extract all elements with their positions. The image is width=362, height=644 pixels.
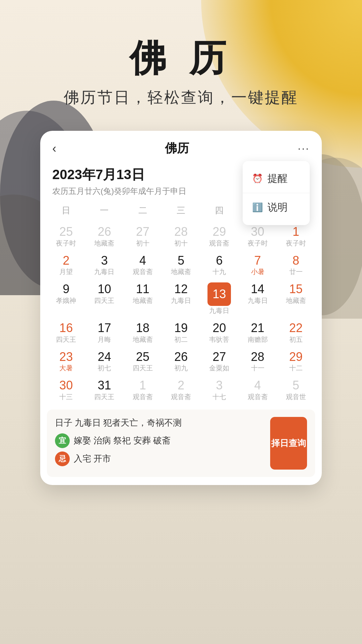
day-cell[interactable]: 30夜子时 bbox=[238, 222, 277, 251]
day-cell[interactable]: 27金粟如 bbox=[200, 347, 238, 376]
info-content: 日子 九毒日 犯者天亡，奇祸不测 宜 嫁娶 治病 祭祀 安葬 破斋 忌 入宅 开… bbox=[55, 417, 265, 470]
day-cell[interactable]: 12九毒日 bbox=[162, 279, 200, 318]
more-button[interactable]: ··· bbox=[298, 142, 310, 155]
day-sub: 初七 bbox=[86, 364, 122, 372]
day-sub: 观音斋 bbox=[201, 239, 237, 247]
day-cell[interactable]: 25夜子时 bbox=[47, 222, 85, 251]
择日查询-button[interactable]: 择日 查询 bbox=[270, 417, 307, 470]
day-cell[interactable]: 28初十 bbox=[162, 222, 200, 251]
dropdown-remind[interactable]: ⏰ 提醒 bbox=[243, 164, 310, 193]
day-cell[interactable]: 10四天王 bbox=[85, 279, 123, 318]
day-cell[interactable]: 16四天王 bbox=[47, 318, 85, 347]
day-number: 22 bbox=[289, 321, 303, 335]
btn-line1: 择日 bbox=[271, 437, 289, 449]
day-sub: 初十 bbox=[163, 239, 199, 247]
day-cell[interactable]: 11地藏斋 bbox=[124, 279, 162, 318]
day-sub: 廿一 bbox=[278, 268, 314, 276]
day-cell[interactable]: 3十七 bbox=[200, 375, 238, 404]
day-sub: 十七 bbox=[201, 393, 237, 401]
day-sub: 大暑 bbox=[48, 364, 84, 372]
day-number: 31 bbox=[98, 378, 111, 392]
day-sub: 地藏斋 bbox=[86, 239, 122, 247]
day-cell[interactable]: 21南赡部 bbox=[238, 318, 277, 347]
day-sub: 十二 bbox=[278, 364, 314, 372]
day-number: 6 bbox=[216, 254, 223, 267]
day-number: 20 bbox=[213, 321, 226, 335]
day-sub: 十九 bbox=[201, 268, 237, 276]
day-sub: 九毒日 bbox=[240, 297, 275, 305]
day-cell[interactable]: 7小暑 bbox=[238, 251, 277, 279]
day-cell[interactable]: 15地藏斋 bbox=[277, 279, 315, 318]
day-sub: 初二 bbox=[163, 335, 199, 343]
day-cell[interactable]: 9孝娥神 bbox=[47, 279, 85, 318]
day-cell[interactable]: 24初七 bbox=[85, 347, 123, 376]
day-cell[interactable]: 4观音斋 bbox=[124, 251, 162, 279]
dropdown-info[interactable]: ℹ️ 说明 bbox=[243, 193, 310, 222]
day-sub: 夜子时 bbox=[240, 239, 275, 247]
day-sub: 夜子时 bbox=[278, 239, 314, 247]
day-cell[interactable]: 17月晦 bbox=[85, 318, 123, 347]
day-sub: 观音斋 bbox=[240, 393, 275, 401]
day-cell[interactable]: 6十九 bbox=[200, 251, 238, 279]
info-yi-row: 宜 嫁娶 治病 祭祀 安葬 破斋 bbox=[55, 433, 265, 448]
day-sub: 四天王 bbox=[48, 335, 84, 343]
day-sub: 地藏斋 bbox=[163, 268, 199, 276]
day-number: 26 bbox=[98, 225, 111, 238]
info-icon: ℹ️ bbox=[252, 202, 263, 213]
day-cell[interactable]: 27初十 bbox=[124, 222, 162, 251]
day-cell[interactable]: 3九毒日 bbox=[85, 251, 123, 279]
day-cell[interactable]: 30十三 bbox=[47, 375, 85, 404]
day-cell[interactable]: 13九毒日 bbox=[200, 279, 238, 318]
day-number: 19 bbox=[174, 321, 188, 335]
day-cell[interactable]: 31四天王 bbox=[85, 375, 123, 404]
dropdown-remind-label: 提醒 bbox=[267, 172, 288, 185]
day-number: 30 bbox=[59, 378, 73, 392]
day-sub: 四天王 bbox=[125, 364, 161, 372]
dropdown-info-label: 说明 bbox=[267, 201, 288, 214]
day-number: 29 bbox=[289, 350, 303, 364]
day-number: 28 bbox=[174, 225, 188, 238]
day-cell[interactable]: 29观音斋 bbox=[200, 222, 238, 251]
day-cell[interactable]: 8廿一 bbox=[277, 251, 315, 279]
day-cell[interactable]: 1夜子时 bbox=[277, 222, 315, 251]
day-cell[interactable]: 2月望 bbox=[47, 251, 85, 279]
day-cell[interactable]: 19初二 bbox=[162, 318, 200, 347]
day-sub: 四天王 bbox=[86, 297, 122, 305]
day-cell[interactable]: 23大暑 bbox=[47, 347, 85, 376]
back-button[interactable]: ‹ bbox=[52, 142, 56, 156]
day-cell[interactable]: 18地藏斋 bbox=[124, 318, 162, 347]
day-number: 25 bbox=[136, 350, 149, 364]
info-day-name: 日子 九毒日 犯者天亡，奇祸不测 bbox=[55, 417, 265, 429]
day-sub: 金粟如 bbox=[201, 364, 237, 372]
day-cell[interactable]: 25四天王 bbox=[124, 347, 162, 376]
day-cell[interactable]: 4观音斋 bbox=[238, 375, 277, 404]
day-number: 2 bbox=[178, 378, 184, 392]
day-cell[interactable]: 28十一 bbox=[238, 347, 277, 376]
yi-badge: 宜 bbox=[55, 433, 70, 448]
day-number: 29 bbox=[213, 225, 226, 238]
day-number: 28 bbox=[251, 350, 264, 364]
day-cell[interactable]: 5地藏斋 bbox=[162, 251, 200, 279]
day-number: 26 bbox=[174, 350, 188, 364]
day-cell[interactable]: 22初五 bbox=[277, 318, 315, 347]
day-number: 1 bbox=[293, 225, 299, 238]
day-cell[interactable]: 14九毒日 bbox=[238, 279, 277, 318]
day-cell[interactable]: 26初九 bbox=[162, 347, 200, 376]
day-sub: 十一 bbox=[240, 364, 275, 372]
info-ji-row: 忌 入宅 开市 bbox=[55, 451, 265, 466]
day-sub: 地藏斋 bbox=[278, 297, 314, 305]
day-number: 16 bbox=[59, 321, 73, 335]
day-number: 4 bbox=[139, 254, 146, 267]
day-sub: 观音斋 bbox=[125, 268, 161, 276]
day-cell[interactable]: 1观音斋 bbox=[124, 375, 162, 404]
main-card: ‹ 佛历 ··· ⏰ 提醒 ℹ️ 说明 2023年7月13日 农历五月廿六(兔)… bbox=[40, 131, 322, 485]
day-number: 7 bbox=[254, 254, 261, 267]
day-cell[interactable]: 29十二 bbox=[277, 347, 315, 376]
day-sub: 九毒日 bbox=[201, 307, 237, 315]
day-cell[interactable]: 5观音世 bbox=[277, 375, 315, 404]
day-sub: 夜子时 bbox=[48, 239, 84, 247]
day-cell[interactable]: 2观音斋 bbox=[162, 375, 200, 404]
day-cell[interactable]: 20韦驮菩 bbox=[200, 318, 238, 347]
card-bottom-spacer bbox=[40, 477, 322, 485]
day-cell[interactable]: 26地藏斋 bbox=[85, 222, 123, 251]
